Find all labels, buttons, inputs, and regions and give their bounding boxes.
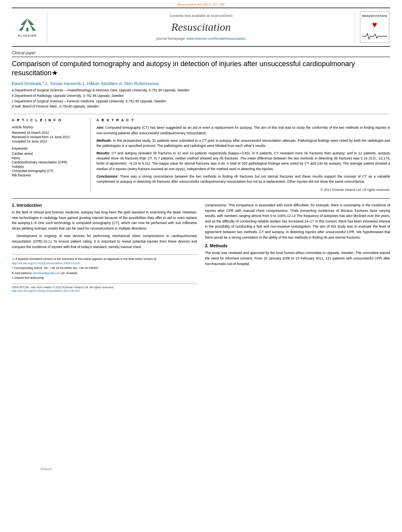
- footnote-corresp: * Corresponding author. Tel.: +46 18 611…: [12, 266, 197, 271]
- section1-right-text: compressions. This comparison is associa…: [205, 203, 391, 240]
- section2-number: 2.: [205, 243, 209, 248]
- affil-3-text: c Department of Surgical Sciences – Fore…: [12, 99, 166, 104]
- homepage-url: www.elsevier.com/locate/resuscitation: [187, 37, 246, 41]
- resuscitation-badge: RESUSCITATION ♥: [360, 11, 389, 43]
- intro-right-para: compressions. This comparison is associa…: [205, 203, 391, 240]
- corresp-text: * Corresponding author. Tel.: +46 18 611…: [12, 266, 99, 270]
- authors-line: David Smekala,*,1, Tomas Hansenb,1, Håka…: [12, 81, 390, 86]
- footnotes-area: ✩ A Spanish translated version of the su…: [12, 254, 197, 280]
- section2-body: The study was reviewed and approved by t…: [205, 250, 391, 267]
- email-suffix: (D. Smekal).: [61, 271, 78, 275]
- revised-date: Received in revised form 14 June 2012: [12, 135, 84, 139]
- journal-header: ELSEVIER Contents lists available at Sci…: [12, 7, 390, 47]
- abstract-results: Results: CT and autopsy revealed rib fra…: [96, 151, 390, 172]
- shared-label: Shared: [40, 467, 52, 471]
- aim-label: Aim:: [96, 126, 104, 130]
- affil-2: b Department of Radiology, Uppsala Unive…: [12, 94, 390, 98]
- methods-para-1: The study was reviewed and approved by t…: [205, 250, 391, 267]
- keyword-3: Cardiopulmonary resuscitation (CPR): [12, 160, 84, 164]
- section2-heading: 2. Methods: [205, 243, 391, 248]
- affil-2-text: b Department of Radiology, Uppsala Unive…: [12, 94, 124, 98]
- results-text: CT and autopsy revealed rib fractures in…: [96, 151, 390, 171]
- body-divider: [12, 198, 390, 199]
- keyword-2: Injury: [12, 156, 84, 160]
- footnote-star: ✩ A Spanish translated version of the su…: [12, 257, 197, 265]
- history-label: Article history:: [12, 125, 84, 129]
- abstract-aim: Aim: Computed tomography (CT) has been s…: [96, 125, 390, 135]
- copyright-line: © 2012 Elsevier Ireland Ltd. All rights …: [96, 187, 390, 193]
- homepage-prefix: journal homepage:: [156, 37, 186, 41]
- journal-homepage: journal homepage: www.elsevier.com/locat…: [156, 37, 246, 41]
- section1-body: In the field of clinical and forensic me…: [12, 210, 197, 250]
- elsevier-logo: ELSEVIER: [12, 11, 47, 43]
- keyword-1: Cardiac arrest: [12, 152, 84, 156]
- section2-title: Methods: [210, 243, 228, 248]
- sciencedirect-text: Contents lists available at ScienceDirec…: [169, 14, 232, 18]
- accepted-date: Accepted 24 June 2012: [12, 139, 84, 143]
- journal-reference: Resuscitation 84 (2013) 357–360: [0, 0, 402, 7]
- abstract-title: A B S T R A C T: [96, 118, 390, 122]
- body-right-col: compressions. This comparison is associa…: [205, 203, 391, 293]
- svg-rect-0: [26, 28, 28, 31]
- section1-number: 1.: [12, 203, 15, 208]
- journal-ref-text: Resuscitation 84 (2013) 357–360: [178, 2, 225, 6]
- body-left-col: 1. Introduction In the field of clinical…: [12, 203, 197, 293]
- journal-title: Resuscitation: [171, 21, 231, 33]
- received-date: Received 16 March 2012: [12, 131, 84, 135]
- footnote-shared: 1 Shared first authorship.: [12, 276, 197, 280]
- keyword-6: Rib fractures: [12, 173, 84, 177]
- methods-text: In this prospective study, 31 patients w…: [96, 139, 390, 148]
- abstract-conclusions: Conclusions: There was a strong concorda…: [96, 174, 390, 184]
- bottom-bar: 0300-9572/$– see front matter © 2012 Els…: [12, 284, 197, 293]
- doi-line: http://dx.doi.org/10.1016/j.resuscitatio…: [12, 289, 197, 293]
- keyword-4: Autopsy: [12, 165, 84, 169]
- issn-line: 0300-9572/$– see front matter © 2012 Els…: [12, 285, 197, 289]
- article-info-title: A R T I C L E I N F O: [12, 118, 84, 122]
- article-info-column: A R T I C L E I N F O Article history: R…: [12, 118, 91, 193]
- affil-1: a Department of Surgical Sciences – Anae…: [12, 88, 390, 93]
- section-type: Clinical paper: [12, 51, 390, 57]
- journal-logo-right: RESUSCITATION ♥: [355, 11, 390, 43]
- affil-1-text: a Department of Surgical Sciences – Anae…: [12, 88, 189, 93]
- article-title: Comparison of computed tomography and au…: [12, 59, 390, 78]
- intro-para-2: Development is ongoing of new devices fo…: [12, 234, 197, 250]
- footnote-star-url: http://dx.doi.org/10.1016/j.resuscitatio…: [12, 261, 80, 265]
- abstract-column: A B S T R A C T Aim: Computed tomography…: [91, 118, 390, 193]
- header-center: Contents lists available at ScienceDirec…: [47, 11, 355, 43]
- intro-para-1: In the field of clinical and forensic me…: [12, 210, 197, 232]
- abstract-methods: Methods: In this prospective study, 31 p…: [96, 138, 390, 148]
- affiliations: a Department of Surgical Sciences – Anae…: [12, 88, 390, 109]
- aim-text: Computed tomography (CT) has been sugges…: [96, 126, 390, 135]
- svg-marker-2: [28, 18, 36, 30]
- conclusions-text: There was a strong concordance between t…: [96, 174, 390, 184]
- affil-4: d Natl. Board of Forensic Med., S-75140 …: [12, 104, 390, 109]
- email-value: dsmekal@gmail.com: [33, 271, 61, 275]
- badge-heart-icon: ♥: [372, 20, 377, 30]
- affil-4-text: d Natl. Board of Forensic Med., S-75140 …: [12, 104, 99, 109]
- affil-3: c Department of Surgical Sciences – Fore…: [12, 99, 390, 104]
- section1-title: Introduction: [17, 203, 42, 208]
- article-info-abstract: A R T I C L E I N F O Article history: R…: [12, 114, 390, 193]
- shared-authorship-text: 1 Shared first authorship.: [12, 276, 45, 280]
- svg-marker-1: [19, 18, 27, 30]
- main-content: Clinical paper Comparison of computed to…: [12, 47, 390, 293]
- doi-url: http://dx.doi.org/10.1016/j.resuscitatio…: [12, 289, 80, 293]
- email-label: E-mail address:: [12, 271, 32, 275]
- abstract-text: Aim: Computed tomography (CT) has been s…: [96, 125, 390, 193]
- methods-label: Methods:: [96, 139, 112, 143]
- badge-ecg-icon: [362, 33, 387, 40]
- conclusions-label: Conclusions:: [96, 174, 119, 178]
- section1-heading: 1. Introduction: [12, 203, 197, 208]
- footnote-star-text: ✩ A Spanish translated version of the su…: [12, 257, 156, 261]
- sciencedirect-link: Contents lists available at ScienceDirec…: [169, 14, 232, 18]
- keyword-5: Computed tomography (CT): [12, 169, 84, 173]
- footnote-email: E-mail address: dsmekal@gmail.com (D. Sm…: [12, 271, 197, 276]
- footnote-star-end: .: [81, 261, 82, 265]
- elsevier-text: ELSEVIER: [18, 34, 37, 37]
- body-content: 1. Introduction In the field of clinical…: [12, 203, 390, 293]
- results-label: Results:: [96, 151, 110, 155]
- keywords-title: Keywords:: [12, 146, 84, 150]
- badge-title: RESUSCITATION: [362, 15, 387, 17]
